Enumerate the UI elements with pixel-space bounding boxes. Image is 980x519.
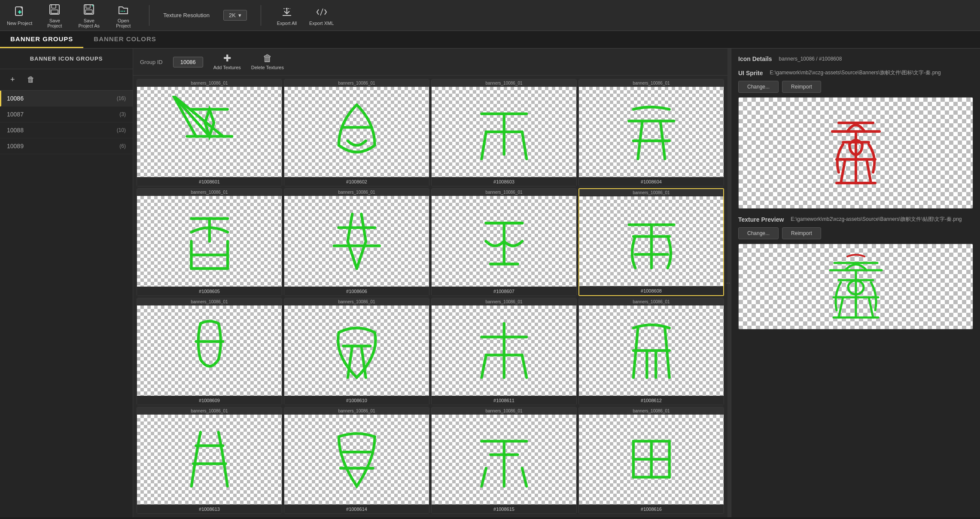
tab-banner-colors[interactable]: BANNER COLORS <box>83 31 167 48</box>
ui-sprite-change-button[interactable]: Change... <box>738 81 779 93</box>
svg-rect-2 <box>52 5 56 8</box>
ui-sprite-actions: Change... Reimport <box>738 81 973 93</box>
icon-grid: banners_10086_01 #1008601 banners_10086_… <box>133 76 727 517</box>
svg-line-12 <box>173 96 223 136</box>
export-xml-button[interactable]: Export XML <box>309 5 334 26</box>
new-project-icon <box>13 5 27 19</box>
svg-text:+: + <box>91 4 94 8</box>
export-all-button[interactable]: Export All <box>275 5 299 26</box>
icon-tile-#1008608[interactable]: banners_10086_01 #1008608 <box>578 188 724 296</box>
icon-tile-source: banners_10086_01 <box>579 79 724 87</box>
ui-sprite-title: UI Sprite <box>738 70 763 76</box>
icon-tile-#1008602[interactable]: banners_10086_01 #1008602 <box>284 79 429 186</box>
icon-tile-preview <box>579 415 724 505</box>
icon-tile-#1008612[interactable]: banners_10086_01 #1008612 <box>578 298 724 405</box>
icon-tile-#1008607[interactable]: banners_10086_01 #1008607 <box>431 188 577 296</box>
texture-preview-title: Texture Preview <box>738 216 784 223</box>
icon-tile-#1008604[interactable]: banners_10086_01 #1008604 <box>578 79 724 186</box>
sidebar-item-10088[interactable]: 10088 (10) <box>0 122 133 138</box>
icon-tile-preview <box>284 415 429 505</box>
icon-tile-source: banners_10086_01 <box>137 79 282 87</box>
group-list: 10086 (16) 10087 (3) 10088 (10) 10089 (6… <box>0 91 133 517</box>
icon-tile-#1008606[interactable]: banners_10086_01 #1008606 <box>284 188 429 296</box>
icon-tile-#1008616[interactable]: banners_10086_01 #1008616 <box>578 407 724 514</box>
icon-tile-preview <box>432 305 576 396</box>
icon-tile-id: #1008612 <box>579 396 724 405</box>
resolution-dropdown[interactable]: 2K ▾ <box>223 10 247 21</box>
save-project-button[interactable]: Save Project <box>43 3 67 28</box>
icon-tile-#1008610[interactable]: banners_10086_01 #1008610 <box>284 298 429 405</box>
icon-tile-source: banners_10086_01 <box>432 407 576 415</box>
icon-tile-id: #1008603 <box>432 177 576 186</box>
new-project-button[interactable]: New Project <box>7 5 32 26</box>
icon-tile-#1008605[interactable]: banners_10086_01 #1008605 <box>137 188 282 296</box>
ui-sprite-header: UI Sprite E:\gamework\mb2\xczg-assets\So… <box>738 69 973 76</box>
sidebar-item-10087[interactable]: 10087 (3) <box>0 107 133 122</box>
icon-tile-source: banners_10086_01 <box>579 298 724 305</box>
separator-1 <box>149 5 149 26</box>
sidebar-item-id: 10086 <box>7 95 24 102</box>
icon-tile-#1008615[interactable]: banners_10086_01 #1008615 <box>431 407 577 514</box>
svg-rect-5 <box>86 5 90 8</box>
sidebar-item-id: 10088 <box>7 127 24 134</box>
add-group-button[interactable]: + <box>7 73 18 86</box>
texture-reimport-button[interactable]: Reimport <box>782 227 821 239</box>
save-project-icon <box>48 3 61 16</box>
icon-tile-source: banners_10086_01 <box>432 79 576 87</box>
open-project-button[interactable]: Open Project <box>111 3 135 28</box>
delete-textures-icon: 🗑 <box>263 54 272 63</box>
icon-tile-id: #1008615 <box>432 504 576 513</box>
sidebar-item-10089[interactable]: 10089 (6) <box>0 138 133 154</box>
icon-tile-#1008611[interactable]: banners_10086_01 #1008611 <box>431 298 577 405</box>
icon-tile-source: banners_10086_01 <box>284 407 429 415</box>
ui-sprite-section: UI Sprite E:\gamework\mb2\xczg-assets\So… <box>738 69 973 209</box>
add-textures-button[interactable]: ✚ Add Textures <box>213 54 241 70</box>
icon-tile-id: #1008616 <box>579 504 724 513</box>
ui-sprite-path: E:\gamework\mb2\xczg-assets\Source\Banne… <box>770 69 941 76</box>
icon-tile-preview <box>579 87 724 177</box>
icon-tile-#1008613[interactable]: banners_10086_01 #1008613 <box>137 407 282 514</box>
icon-tile-#1008603[interactable]: banners_10086_01 #1008603 <box>431 79 577 186</box>
icon-details-title: Icon Details <box>738 55 772 62</box>
sidebar-item-count: (3) <box>119 111 126 117</box>
icon-tile-id: #1008614 <box>284 504 429 513</box>
svg-line-52 <box>839 297 843 318</box>
tab-banner-groups[interactable]: BANNER GROUPS <box>0 31 83 48</box>
icon-tile-source: banners_10086_01 <box>432 298 576 305</box>
tab-bar: BANNER GROUPS BANNER COLORS <box>0 31 980 49</box>
icon-tile-source: banners_10086_01 <box>137 298 282 305</box>
delete-group-button[interactable]: 🗑 <box>24 73 38 86</box>
icon-tile-#1008614[interactable]: banners_10086_01 #1008614 <box>284 407 429 514</box>
sidebar: BANNER ICON GROUPS + 🗑 10086 (16) 10087 … <box>0 49 133 517</box>
main-area: BANNER ICON GROUPS + 🗑 10086 (16) 10087 … <box>0 49 980 517</box>
save-as-button[interactable]: + Save Project As <box>77 3 101 28</box>
icon-tile-id: #1008613 <box>137 504 282 513</box>
ui-sprite-preview <box>738 97 973 209</box>
icon-details-header: Icon Details banners_10086 / #1008608 <box>738 55 973 62</box>
icon-tile-id: #1008610 <box>284 396 429 405</box>
group-id-value[interactable]: 10086 <box>173 57 203 67</box>
separator-2 <box>261 5 261 26</box>
icon-tile-source: banners_10086_01 <box>284 298 429 305</box>
icon-details-section: Icon Details banners_10086 / #1008608 <box>738 55 973 62</box>
icon-tile-source: banners_10086_01 <box>579 407 724 415</box>
icon-tile-preview <box>432 415 576 505</box>
icon-tile-preview <box>137 196 282 287</box>
ui-sprite-reimport-button[interactable]: Reimport <box>782 81 821 93</box>
svg-line-54 <box>869 297 873 318</box>
sidebar-item-id: 10089 <box>7 143 24 150</box>
svg-rect-3 <box>51 10 58 13</box>
texture-change-button[interactable]: Change... <box>738 227 779 239</box>
panel-divider[interactable]: ⋮ <box>727 49 731 517</box>
icon-tile-id: #1008605 <box>137 287 282 296</box>
icon-tile-preview <box>579 305 724 396</box>
sidebar-item-id: 10087 <box>7 111 24 118</box>
icon-tile-#1008609[interactable]: banners_10086_01 #1008609 <box>137 298 282 405</box>
icon-tile-preview <box>137 305 282 396</box>
icon-tile-#1008601[interactable]: banners_10086_01 #1008601 <box>137 79 282 186</box>
icon-tile-source: banners_10086_01 <box>579 189 723 196</box>
delete-textures-button[interactable]: 🗑 Delete Textures <box>251 54 284 70</box>
sidebar-item-10086[interactable]: 10086 (16) <box>0 91 133 107</box>
texture-resolution-label: Texture Resolution <box>163 12 210 18</box>
main-toolbar: New Project Save Project + S <box>0 0 980 31</box>
